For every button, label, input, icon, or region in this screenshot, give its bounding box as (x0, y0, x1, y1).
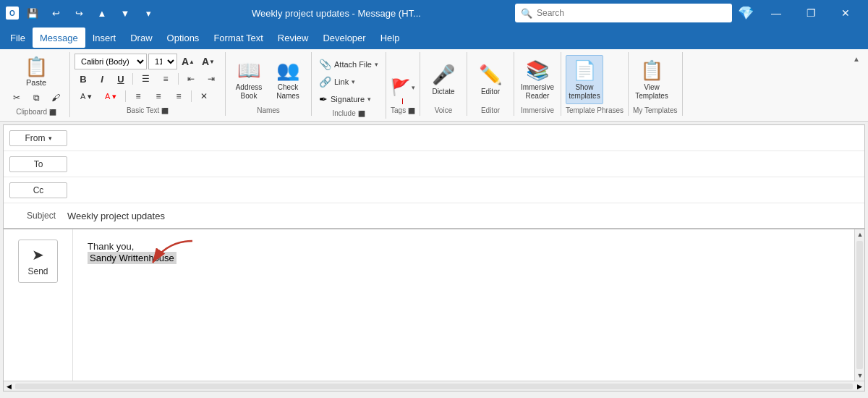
copy-button[interactable]: ⧉ (27, 90, 46, 106)
attach-file-icon: 📎 (319, 59, 331, 70)
italic-button[interactable]: I (93, 71, 111, 87)
menu-message[interactable]: Message (33, 27, 85, 48)
dictate-button[interactable]: 🎤 Dictate (425, 55, 462, 104)
signature-arrow: ▾ (367, 96, 371, 103)
up-qat-btn[interactable]: ▲ (93, 4, 111, 22)
font-shrink-button[interactable]: A▼ (199, 54, 218, 69)
link-row[interactable]: 🔗 Link ▾ (316, 74, 381, 90)
subject-label: Subject (4, 211, 61, 221)
scroll-down-button[interactable]: ▼ (855, 371, 865, 381)
align-right-button[interactable]: ≡ (169, 88, 188, 104)
from-input[interactable] (73, 130, 864, 146)
tags-content: 🚩 ▾ (391, 54, 415, 104)
save-qat-btn[interactable]: 💾 (23, 4, 42, 22)
search-bar[interactable]: 🔍 (515, 4, 732, 22)
font-color-button[interactable]: A ▾ (99, 88, 122, 104)
send-area: ➤ Send (4, 229, 73, 381)
search-input[interactable] (537, 8, 726, 18)
menu-format-text[interactable]: Format Text (206, 27, 270, 48)
underline-button[interactable]: U (112, 71, 129, 87)
include-label: Include ⬛ (316, 107, 381, 119)
flag-arrow: ▾ (412, 84, 415, 91)
to-input[interactable] (73, 156, 864, 172)
cut-button[interactable]: ✂ (7, 90, 26, 106)
ribbon-icon: 💎 (738, 5, 754, 21)
scroll-left-button[interactable]: ◀ (4, 381, 14, 391)
scroll-thumb[interactable] (856, 241, 863, 369)
ribbon-group-immersive: 📚 ImmersiveReader Immersive (514, 52, 561, 116)
paste-button[interactable]: 📋 Paste (19, 54, 54, 88)
bold-button[interactable]: B (75, 71, 92, 87)
link-arrow: ▾ (352, 78, 355, 85)
ribbon-group-tags: 🚩 ▾ Tags ⬛ (386, 52, 420, 116)
font-size-select[interactable]: 11 (148, 54, 177, 69)
clipboard-content: 📋 Paste ✂ ⧉ 🖌 (7, 54, 65, 106)
indent-decrease-button[interactable]: ⇤ (182, 71, 200, 87)
menu-review[interactable]: Review (271, 27, 316, 48)
ribbon-group-template-phrases: 📄 Showtemplates Template Phrases (561, 52, 629, 116)
signature-icon: ✒ (319, 93, 328, 105)
attach-file-row[interactable]: 📎 Attach File ▾ (316, 56, 381, 72)
menu-file[interactable]: File (3, 27, 33, 48)
editor-button[interactable]: ✏️ Editor (472, 55, 509, 104)
my-templates-content: 📋 View Templates (633, 54, 671, 104)
to-button[interactable]: To (9, 156, 67, 172)
menu-developer[interactable]: Developer (315, 27, 373, 48)
show-templates-button[interactable]: 📄 Showtemplates (566, 55, 603, 104)
close-btn[interactable]: ✕ (829, 0, 862, 26)
menu-bar: File Message Insert Draw Options Format … (0, 26, 868, 49)
immersive-label: Immersive (519, 104, 556, 116)
indent-increase-button[interactable]: ⇥ (202, 71, 221, 87)
minimize-btn[interactable]: — (760, 0, 793, 26)
menu-draw[interactable]: Draw (123, 27, 159, 48)
numbering-button[interactable]: ≡ (156, 71, 175, 87)
menu-insert[interactable]: Insert (85, 27, 124, 48)
menu-help[interactable]: Help (373, 27, 407, 48)
immersive-reader-button[interactable]: 📚 ImmersiveReader (519, 55, 556, 104)
main-area: From ▾ To Cc Subject Weekly project upda… (0, 122, 868, 394)
ribbon-group-basic-text: Calibri (Body) 11 A▲ A▼ B I U ☰ (70, 52, 226, 116)
editor-content: ✏️ Editor (472, 54, 509, 104)
format-painter-button[interactable]: 🖌 (46, 90, 65, 106)
ribbon-group-my-templates: 📋 View Templates My Templates (629, 52, 683, 116)
address-book-button[interactable]: 📖 AddressBook (230, 55, 268, 104)
immersive-reader-icon: 📚 (526, 59, 549, 82)
menu-options[interactable]: Options (160, 27, 207, 48)
from-label: From (25, 133, 46, 143)
vertical-scrollbar[interactable]: ▲ ▼ (854, 229, 864, 381)
send-button[interactable]: ➤ Send (18, 240, 57, 283)
horizontal-scrollbar[interactable]: ◀ ▶ (4, 381, 864, 391)
cc-label: Cc (33, 185, 44, 195)
signature-text: Sandy Writtenhouse (88, 252, 176, 264)
subject-value[interactable]: Weekly project updates (61, 208, 864, 224)
qat-dropdown-btn[interactable]: ▾ (139, 4, 158, 22)
email-body[interactable]: Thank you, Sandy Writtenhouse (73, 229, 854, 381)
down-qat-btn[interactable]: ▼ (116, 4, 135, 22)
ribbon-group-editor: ✏️ Editor Editor (467, 52, 514, 116)
names-content: 📖 AddressBook 👥 CheckNames (230, 54, 307, 104)
font-grow-button[interactable]: A▲ (179, 54, 197, 69)
signature-row[interactable]: ✒ Signature ▾ (316, 91, 381, 107)
h-scroll-thumb[interactable] (15, 384, 853, 389)
scroll-up-button[interactable]: ▲ (855, 229, 865, 240)
font-family-select[interactable]: Calibri (Body) (75, 54, 147, 69)
ribbon-collapse-button[interactable]: ▲ (848, 52, 865, 65)
check-names-button[interactable]: 👥 CheckNames (269, 55, 307, 104)
cc-button[interactable]: Cc (9, 182, 67, 198)
align-left-button[interactable]: ≡ (129, 88, 148, 104)
from-button[interactable]: From ▾ (9, 130, 67, 146)
clear-format-button[interactable]: ✕ (195, 88, 213, 104)
restore-btn[interactable]: ❐ (794, 0, 827, 26)
undo-qat-btn[interactable]: ↩ (46, 4, 65, 22)
basic-text-content: Calibri (Body) 11 A▲ A▼ B I U ☰ (75, 54, 221, 104)
highlight-button[interactable]: A ▾ (75, 88, 98, 104)
align-center-button[interactable]: ≡ (149, 88, 168, 104)
show-templates-icon: 📄 (573, 59, 596, 82)
cc-input[interactable] (73, 182, 864, 198)
redo-qat-btn[interactable]: ↪ (69, 4, 88, 22)
show-templates-label: Showtemplates (569, 83, 600, 101)
view-templates-button[interactable]: 📋 View Templates (633, 55, 671, 104)
scroll-right-button[interactable]: ▶ (854, 381, 864, 391)
include-content: 📎 Attach File ▾ 🔗 Link ▾ ✒ Signature ▾ (316, 54, 381, 107)
bullets-button[interactable]: ☰ (136, 71, 155, 87)
